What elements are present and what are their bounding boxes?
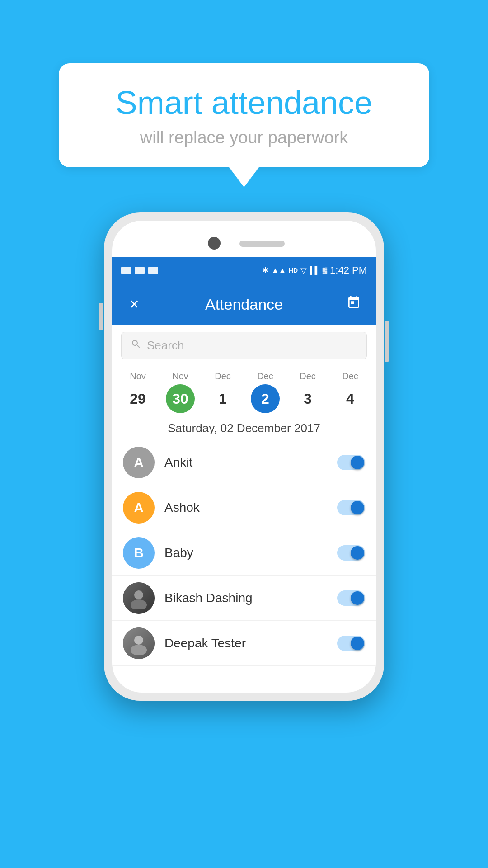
student-item-bikash: Bikash Dashing (112, 576, 376, 621)
yt-icon (121, 267, 131, 274)
avatar-baby: B (123, 537, 155, 569)
hd-badge: HD (289, 267, 298, 274)
status-time: 1:42 PM (330, 264, 367, 276)
toggle-knob-deepak (351, 637, 364, 650)
cal-day-2[interactable]: Dec 1 (204, 371, 242, 413)
volume-button (99, 303, 103, 330)
signal-icon: ▲▲ (272, 266, 286, 274)
student-list: A Ankit A Ashok (112, 440, 376, 693)
camera (208, 237, 221, 250)
status-icons-right: ✱ ▲▲ HD ▽ ▌▌ ▓ 1:42 PM (262, 264, 367, 276)
status-icon2 (135, 267, 145, 274)
cal-day-4[interactable]: Dec 3 (289, 371, 327, 413)
cal-day-1[interactable]: Nov 30 (161, 371, 199, 413)
svg-point-1 (131, 599, 147, 609)
calendar-button[interactable] (343, 295, 365, 313)
toggle-knob-ankit (351, 456, 364, 469)
speech-bubble: Smart attendance will replace your paper… (59, 63, 429, 167)
avatar-deepak (123, 627, 155, 659)
cal-day-5[interactable]: Dec 4 (331, 371, 369, 413)
search-icon (131, 339, 141, 353)
toggle-knob-baby (351, 546, 364, 560)
calendar-strip: Nov 29 Nov 30 Dec 1 Dec 2 (112, 367, 376, 413)
search-placeholder: Search (147, 339, 184, 353)
student-item-baby: B Baby (112, 530, 376, 576)
student-item-deepak: Deepak Tester (112, 621, 376, 666)
close-button[interactable]: × (123, 295, 145, 314)
bluetooth-icon: ✱ (262, 265, 269, 275)
student-name-baby: Baby (164, 546, 337, 560)
toggle-ankit[interactable] (337, 455, 365, 470)
avatar-ashok: A (123, 492, 155, 524)
cal-day-3[interactable]: Dec 2 (246, 371, 284, 413)
avatar-ankit: A (123, 447, 155, 478)
student-name-bikash: Bikash Dashing (164, 591, 337, 605)
status-icon3 (148, 267, 158, 274)
toggle-bikash[interactable] (337, 590, 365, 606)
svg-point-3 (131, 645, 147, 655)
toggle-ashok[interactable] (337, 500, 365, 515)
cal-day-0[interactable]: Nov 29 (119, 371, 157, 413)
student-name-ashok: Ashok (164, 500, 337, 515)
signal2-icon: ▌▌ (310, 266, 320, 274)
speaker (239, 241, 285, 247)
svg-point-2 (134, 636, 143, 645)
app-bar: × Attendance (112, 284, 376, 325)
avatar-bikash (123, 582, 155, 614)
status-bar: ✱ ▲▲ HD ▽ ▌▌ ▓ 1:42 PM (112, 257, 376, 284)
app-title: Attendance (145, 296, 343, 313)
phone-mockup: ✱ ▲▲ HD ▽ ▌▌ ▓ 1:42 PM × Attendance (104, 212, 384, 701)
wifi-icon: ▽ (300, 265, 307, 275)
screen: ✱ ▲▲ HD ▽ ▌▌ ▓ 1:42 PM × Attendance (112, 221, 376, 693)
student-name-ankit: Ankit (164, 455, 337, 470)
svg-point-0 (134, 590, 143, 599)
student-name-deepak: Deepak Tester (164, 636, 337, 651)
toggle-knob-ashok (351, 501, 364, 514)
battery-icon: ▓ (323, 267, 327, 274)
student-item-ashok: A Ashok (112, 485, 376, 530)
selected-date-label: Saturday, 02 December 2017 (112, 413, 376, 440)
status-icons-left (121, 267, 158, 274)
toggle-knob-bikash (351, 591, 364, 605)
student-item-ankit: A Ankit (112, 440, 376, 485)
search-bar[interactable]: Search (121, 332, 367, 359)
power-button (385, 321, 389, 362)
toggle-deepak[interactable] (337, 636, 365, 651)
bubble-subtitle: will replace your paperwork (86, 128, 402, 147)
bubble-title: Smart attendance (86, 85, 402, 121)
toggle-baby[interactable] (337, 545, 365, 561)
